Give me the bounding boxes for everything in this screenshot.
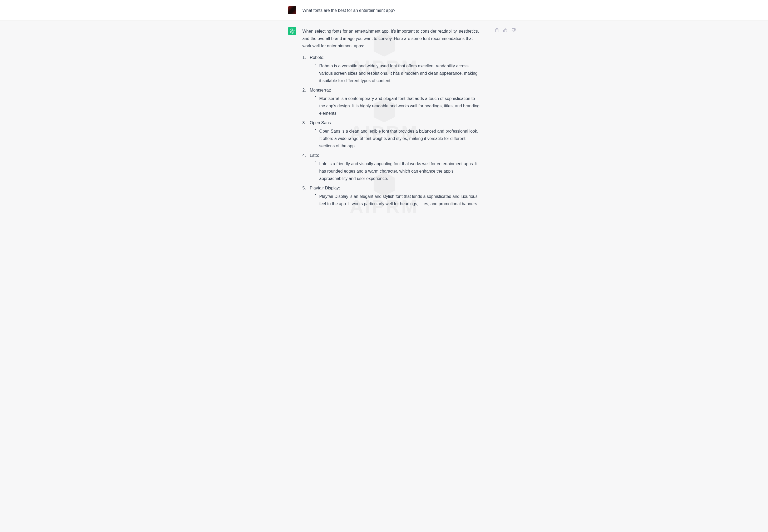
assistant-intro-text: When selecting fonts for an entertainmen…: [302, 28, 480, 50]
user-message-text: What fonts are the best for an entertain…: [302, 7, 480, 14]
user-message: What fonts are the best for an entertain…: [0, 0, 768, 21]
font-list-item: Montserrat: Montserrat is a contemporary…: [302, 87, 480, 117]
font-description: Montserrat is a contemporary and elegant…: [315, 95, 480, 117]
font-name: Montserrat:: [310, 88, 331, 92]
font-description: Playfair Display is an elegant and styli…: [315, 193, 480, 208]
font-list-item: Roboto: Roboto is a versatile and widely…: [302, 54, 480, 84]
font-description: Lato is a friendly and visually appealin…: [315, 160, 480, 182]
assistant-message: When selecting fonts for an entertainmen…: [0, 21, 768, 216]
clipboard-icon: [495, 28, 499, 32]
font-recommendations-list: Roboto: Roboto is a versatile and widely…: [302, 54, 480, 208]
font-name: Lato:: [310, 153, 319, 158]
thumbs-down-button[interactable]: [511, 27, 517, 33]
copy-button[interactable]: [494, 27, 500, 33]
font-description: Roboto is a versatile and widely used fo…: [315, 62, 480, 84]
font-name: Open Sans:: [310, 121, 332, 125]
thumbs-down-icon: [512, 28, 516, 32]
font-list-item: Lato: Lato is a friendly and visually ap…: [302, 152, 480, 182]
thumbs-up-icon: [503, 28, 507, 32]
openai-icon: [289, 28, 295, 34]
font-name: Playfair Display:: [310, 186, 340, 190]
assistant-avatar: [288, 27, 296, 35]
font-list-item: Playfair Display: Playfair Display is an…: [302, 184, 480, 208]
font-description: Open Sans is a clean and legible font th…: [315, 128, 480, 150]
thumbs-up-button[interactable]: [502, 27, 509, 33]
font-list-item: Open Sans: Open Sans is a clean and legi…: [302, 119, 480, 150]
svg-rect-12: [496, 28, 497, 29]
font-name: Roboto:: [310, 55, 324, 60]
user-avatar: [288, 6, 296, 14]
message-actions: [494, 27, 517, 33]
